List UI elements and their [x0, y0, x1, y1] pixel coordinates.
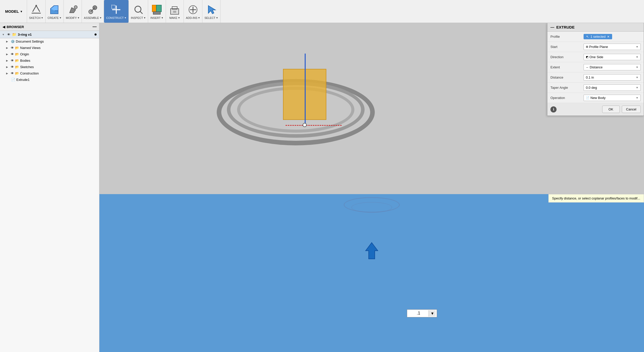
- profile-plane-icon: ⊞: [586, 45, 588, 48]
- profile-label: Profile: [550, 35, 584, 39]
- extrude-panel-title: EXTRUDE: [556, 25, 575, 29]
- browser-minimize-icon[interactable]: —: [93, 24, 97, 29]
- browser-item-label: Bodies: [20, 59, 30, 62]
- construct-icon: [110, 4, 122, 16]
- extent-row: Extent ↔ Distance ▼: [547, 62, 644, 72]
- distance-input-field[interactable]: [408, 311, 429, 316]
- toolbar-construct[interactable]: CONSTRUCT▼: [104, 0, 129, 23]
- operation-dropdown-text: New Body: [590, 96, 606, 100]
- eye-icon: 👁: [11, 52, 14, 56]
- start-dropdown[interactable]: ⊞ Profile Plane ▼: [584, 44, 641, 50]
- svg-marker-21: [208, 6, 215, 14]
- svg-rect-17: [173, 11, 176, 13]
- distance-input-dropdown[interactable]: ▼: [429, 310, 436, 317]
- operation-label: Operation: [550, 96, 584, 100]
- toolbar-assemble[interactable]: ASSEMBLE▼: [82, 0, 104, 23]
- chevron-down-icon: ▼: [636, 45, 638, 48]
- toolbar-inspect[interactable]: INSPECT▼: [129, 0, 148, 23]
- inspect-label: INSPECT▼: [131, 16, 146, 19]
- chevron-down-icon: ▼: [636, 66, 638, 69]
- folder-icon: 📁: [12, 32, 16, 36]
- construct-label: CONSTRUCT▼: [106, 16, 126, 19]
- axis-line-vertical: [305, 54, 306, 125]
- chevron-down-icon: ▼: [636, 86, 638, 89]
- start-dropdown-text: Profile Plane: [589, 45, 608, 49]
- extrude-panel-footer: ℹ OK Cancel: [547, 103, 644, 116]
- new-body-icon: 📄: [586, 96, 589, 99]
- ok-button[interactable]: OK: [602, 106, 620, 113]
- folder-icon: 📂: [15, 59, 19, 62]
- operation-dropdown[interactable]: 📄 New Body ▼: [584, 95, 641, 101]
- folder-icon: 📂: [15, 65, 19, 69]
- viewport-3d[interactable]: — EXTRUDE Profile ↖ 1 selected ✕: [99, 23, 644, 194]
- toolbar-create[interactable]: CREATE▼: [46, 0, 64, 23]
- browser-item-named-views[interactable]: ▶ 👁 📂 Named Views: [0, 45, 99, 51]
- operation-value: 📄 New Body ▼: [584, 95, 641, 101]
- make-icon: [169, 4, 181, 16]
- profile-value: ↖ 1 selected ✕: [584, 34, 641, 39]
- browser-item-label: Document Settings: [16, 40, 44, 43]
- distance-value: 0.1 in ▼: [584, 74, 641, 81]
- toolbar-add-ins[interactable]: ADD-INS▼: [184, 0, 202, 23]
- viewport[interactable]: — EXTRUDE Profile ↖ 1 selected ✕: [99, 23, 644, 352]
- viewport-blue-section[interactable]: ▼ Specify distance, or select coplanar p…: [99, 194, 644, 352]
- folder-icon: 📂: [15, 52, 19, 56]
- browser-item-origin[interactable]: ▶ 👁 📂 Origin: [0, 51, 99, 57]
- browser-document-row[interactable]: ▼ 👁 📁 3-ring v1 ⏺: [0, 31, 99, 38]
- select-label: SELECT▼: [204, 16, 218, 19]
- svg-point-3: [74, 6, 77, 9]
- info-button[interactable]: ℹ: [550, 106, 557, 112]
- start-row: Start ⊞ Profile Plane ▼: [547, 42, 644, 52]
- cancel-button[interactable]: Cancel: [622, 106, 641, 113]
- chevron-icon: ▶: [6, 66, 10, 68]
- clear-profile-button[interactable]: ✕: [607, 35, 610, 39]
- browser-item-construction[interactable]: ▶ 👁 📂 Construction: [0, 70, 99, 77]
- extent-label: Extent: [550, 65, 584, 69]
- svg-marker-22: [366, 243, 378, 259]
- modify-icon: [67, 4, 79, 16]
- taper-angle-label: Taper Angle: [550, 86, 584, 90]
- sketch-icon: [30, 4, 42, 16]
- toolbar-make[interactable]: MAKE▼: [166, 0, 184, 23]
- browser-panel: ◀ BROWSER — ▼ 👁 📁 3-ring v1 ⏺ ▶ ⚙️ Docum…: [0, 23, 99, 352]
- extent-dropdown[interactable]: ↔ Distance ▼: [584, 64, 641, 70]
- tooltip: Specify distance, or select coplanar pro…: [548, 194, 644, 203]
- eye-icon: 👁: [11, 71, 14, 75]
- svg-line-11: [140, 11, 143, 14]
- profile-selected-badge[interactable]: ↖ 1 selected ✕: [584, 34, 612, 39]
- select-icon: [205, 4, 217, 16]
- taper-angle-row: Taper Angle 0.0 deg ▼: [547, 83, 644, 93]
- direction-dropdown[interactable]: ◩ One Side ▼: [584, 54, 641, 60]
- eye-icon: 👁: [7, 33, 10, 36]
- model-button[interactable]: MODEL ▼: [1, 0, 27, 23]
- chevron-down-icon: ▼: [636, 56, 638, 58]
- browser-item-label: Named Views: [20, 46, 41, 50]
- record-icon: ⏺: [94, 33, 97, 36]
- origin-point: [303, 123, 307, 127]
- insert-label: INSERT▼: [150, 16, 163, 19]
- toolbar-insert[interactable]: INSERT▼: [148, 0, 166, 23]
- toolbar-select[interactable]: SELECT▼: [202, 0, 221, 23]
- panel-collapse-icon[interactable]: —: [550, 25, 554, 29]
- profile-row: Profile ↖ 1 selected ✕: [547, 32, 644, 42]
- toolbar-sketch[interactable]: SKETCH▼: [27, 0, 46, 23]
- cursor-icon: ↖: [586, 35, 589, 39]
- start-label: Start: [550, 45, 584, 49]
- start-value: ⊞ Profile Plane ▼: [584, 44, 641, 50]
- taper-angle-dropdown[interactable]: 0.0 deg ▼: [584, 84, 641, 91]
- chevron-down-icon: ▼: [636, 76, 638, 79]
- direction-label: Direction: [550, 55, 584, 59]
- direction-value: ◩ One Side ▼: [584, 54, 641, 60]
- browser-collapse-icon[interactable]: ◀: [3, 25, 5, 29]
- doc-collapse-icon[interactable]: ▼: [2, 33, 6, 36]
- modify-label: MODIFY▼: [66, 16, 80, 19]
- chevron-icon: ▶: [6, 46, 10, 49]
- toolbar-modify[interactable]: MODIFY▼: [64, 0, 82, 23]
- browser-item-extrude1[interactable]: 📄 Extrude1: [0, 77, 99, 83]
- svg-rect-14: [153, 12, 160, 14]
- browser-item-bodies[interactable]: ▶ 👁 📂 Bodies: [0, 57, 99, 64]
- extrude-direction-arrow: [364, 242, 379, 261]
- browser-item-sketches[interactable]: ▶ 👁 📂 Sketches: [0, 64, 99, 70]
- browser-item-document-settings[interactable]: ▶ ⚙️ Document Settings: [0, 38, 99, 45]
- distance-dropdown[interactable]: 0.1 in ▼: [584, 74, 641, 81]
